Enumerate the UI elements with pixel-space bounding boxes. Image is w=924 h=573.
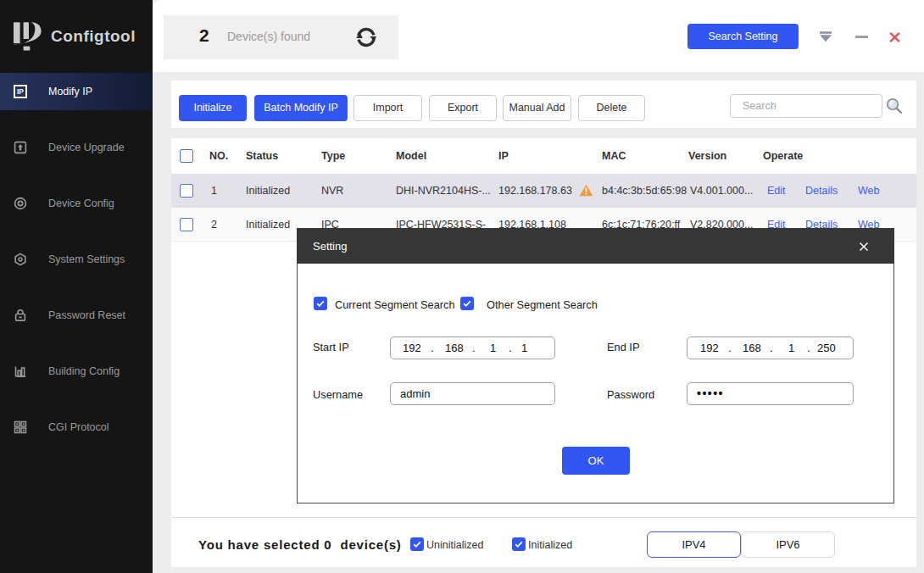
svg-text:IP: IP [17,87,24,96]
